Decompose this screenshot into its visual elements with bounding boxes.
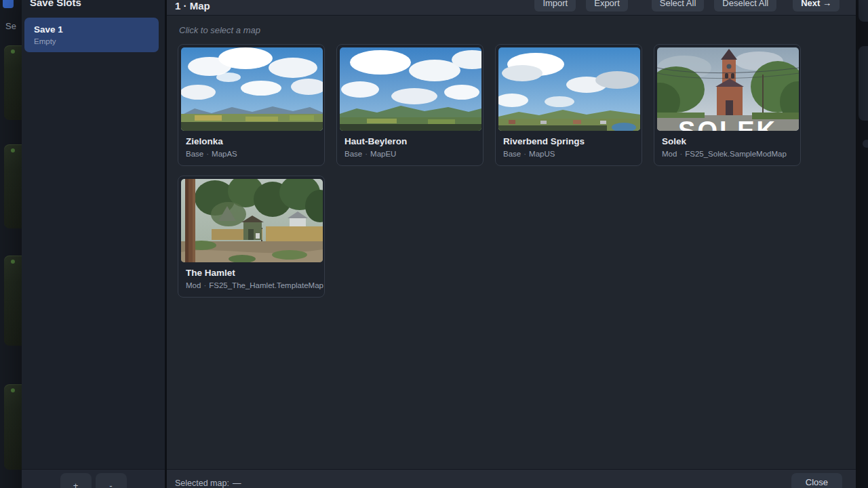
map-card-grid: Zielonka Base·MapAS	[178, 44, 845, 298]
deselect-all-button[interactable]: Deselect All	[714, 0, 776, 12]
next-step-button[interactable]: Next →	[793, 0, 840, 12]
map-subtitle: Mod·FS25_Solek.SampleModMap	[662, 149, 793, 159]
map-source: Base	[344, 150, 362, 158]
selected-map-status: Selected map:—	[175, 479, 241, 488]
map-thumbnail: SOLEK	[657, 47, 799, 131]
background-app-left: Se	[0, 0, 23, 488]
map-subtitle: Base·MapEU	[344, 149, 475, 159]
add-slot-button[interactable]: +	[60, 473, 92, 488]
map-card-solek[interactable]: SOLEK Solek Mod·FS25_Solek.SampleModMap	[654, 44, 801, 166]
background-dot-fragment	[863, 140, 868, 148]
haut-beyleron-landscape-image	[340, 47, 481, 131]
save-slots-spacer	[22, 52, 165, 469]
background-truncated-label: Se	[5, 21, 16, 31]
subtitle-separator: ·	[677, 150, 685, 158]
the-hamlet-forest-image	[181, 179, 323, 262]
svg-text:SOLEK: SOLEK	[678, 117, 777, 131]
zielonka-landscape-image	[181, 47, 323, 131]
background-app-right	[856, 0, 868, 488]
map-id: FS25_Solek.SampleModMap	[685, 150, 787, 158]
save-slots-footer: + -	[22, 469, 165, 488]
map-source: Base	[186, 150, 203, 158]
solek-church-image: SOLEK	[657, 47, 799, 131]
step-title: 1 · Map	[175, 0, 210, 12]
save-slots-panel: Save Slots Save 1 Empty + -	[22, 0, 165, 488]
map-card-haut-beyleron[interactable]: Haut-Beyleron Base·MapEU	[336, 44, 484, 166]
import-button[interactable]: Import	[534, 0, 576, 12]
map-step-header: 1 · Map Import Export Select All Deselec…	[167, 0, 856, 16]
map-select-hint: Click to select a map	[179, 25, 845, 36]
riverbend-springs-landscape-image	[498, 47, 640, 131]
screen: Se Save Slots Save 1 Empty + -	[0, 0, 868, 488]
map-thumbnail	[181, 179, 323, 262]
map-card-riverbend-springs[interactable]: Riverbend Springs Base·MapUS	[495, 44, 642, 166]
map-source: Mod	[186, 281, 201, 289]
map-id: MapEU	[370, 150, 396, 158]
map-id: MapAS	[212, 150, 237, 158]
background-accent-pill	[3, 0, 14, 8]
map-thumbnail	[181, 47, 323, 131]
save-slot-status: Empty	[34, 37, 149, 45]
map-name: Zielonka	[186, 136, 317, 147]
select-all-button[interactable]: Select All	[652, 0, 704, 12]
map-name: Riverbend Springs	[503, 136, 634, 147]
map-step-panel: 1 · Map Import Export Select All Deselec…	[167, 0, 856, 488]
save-slot-item[interactable]: Save 1 Empty	[24, 18, 159, 52]
selected-map-value: —	[229, 479, 241, 488]
subtitle-separator: ·	[521, 150, 529, 158]
map-id: FS25_The_Hamlet.TemplateMap	[209, 281, 323, 289]
map-thumbnail	[340, 47, 481, 131]
save-slots-title: Save Slots	[22, 0, 165, 9]
map-subtitle: Mod·FS25_The_Hamlet.TemplateMap	[186, 281, 317, 290]
save-slot-name: Save 1	[34, 24, 149, 35]
map-card-the-hamlet[interactable]: The Hamlet Mod·FS25_The_Hamlet.TemplateM…	[178, 176, 325, 298]
map-source: Mod	[662, 150, 677, 158]
map-list-area: Click to select a map	[167, 16, 856, 469]
map-id: MapUS	[529, 150, 555, 158]
background-button-fragment	[859, 0, 868, 22]
map-toolbar: Import Export Select All Deselect All Ne…	[534, 0, 840, 12]
selected-map-label: Selected map:	[175, 479, 229, 488]
map-name: Haut-Beyleron	[344, 136, 475, 147]
map-source: Base	[503, 150, 521, 158]
map-thumbnail	[498, 47, 640, 131]
map-name: The Hamlet	[186, 268, 317, 279]
subtitle-separator: ·	[362, 150, 370, 158]
map-name: Solek	[662, 136, 793, 147]
close-button[interactable]: Close	[791, 473, 842, 488]
background-button-fragment	[859, 46, 868, 121]
map-card-zielonka[interactable]: Zielonka Base·MapAS	[178, 44, 325, 166]
remove-slot-button[interactable]: -	[96, 473, 127, 488]
map-subtitle: Base·MapAS	[186, 149, 317, 159]
save-editor-dialog: Save Slots Save 1 Empty + - 1 · Map Impo…	[22, 0, 856, 488]
export-button[interactable]: Export	[586, 0, 628, 12]
subtitle-separator: ·	[201, 281, 209, 289]
subtitle-separator: ·	[203, 150, 212, 158]
map-subtitle: Base·MapUS	[503, 149, 634, 159]
map-step-footer: Selected map:— Close	[167, 469, 856, 488]
